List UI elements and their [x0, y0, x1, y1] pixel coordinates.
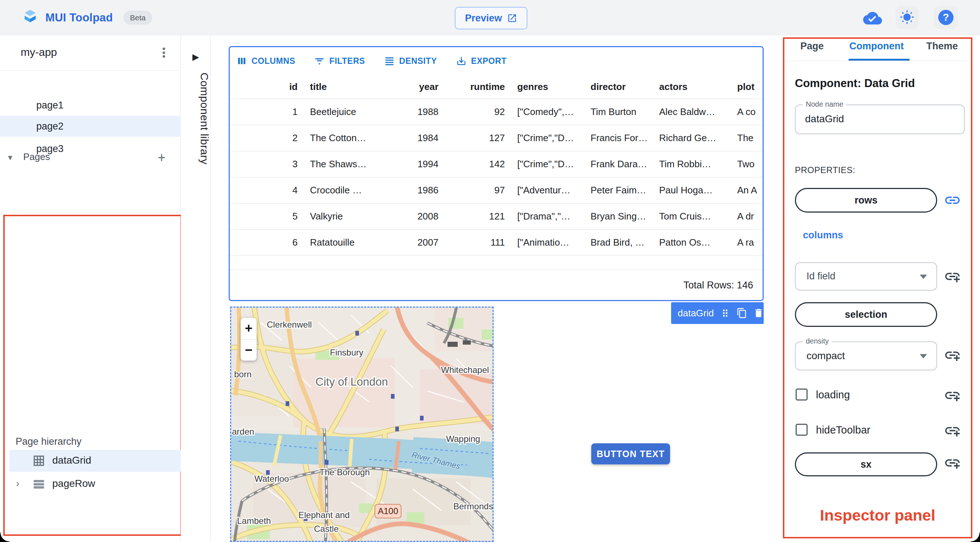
- inspector-annotation: Inspector panel: [783, 507, 972, 524]
- table-row[interactable]: 4 Crocodile … 1986 97 ["Adventur… Peter …: [230, 177, 763, 203]
- columns-property-link[interactable]: columns: [803, 230, 843, 241]
- app-name: my-app: [21, 46, 57, 59]
- filter-icon: [314, 56, 325, 67]
- hidetoolbar-checkbox[interactable]: [795, 424, 808, 436]
- canvas-button-component[interactable]: BUTTON TEXT: [591, 443, 670, 464]
- column-header[interactable]: year: [379, 75, 445, 99]
- delete-icon[interactable]: [753, 308, 764, 318]
- add-link-icon[interactable]: [944, 387, 961, 404]
- sidebar-item-page2[interactable]: page2: [0, 116, 181, 137]
- download-icon: [456, 56, 467, 67]
- table-row[interactable]: 2 The Cotton… 1984 127 ["Crime","D… Fran…: [230, 125, 763, 151]
- tab-page[interactable]: Page: [800, 41, 824, 52]
- column-header[interactable]: plot: [731, 75, 763, 99]
- add-link-icon[interactable]: [944, 422, 961, 439]
- column-header[interactable]: actors: [653, 75, 731, 99]
- pages-section-header[interactable]: ▾ Pages +: [0, 74, 181, 94]
- theme-toggle-button[interactable]: [896, 6, 919, 29]
- density-button[interactable]: DENSITY: [384, 56, 437, 67]
- map-label: Wapping: [446, 434, 480, 444]
- filters-button[interactable]: FILTERS: [314, 56, 365, 67]
- map-label: Bermondsey: [453, 501, 494, 511]
- toolpad-logo-icon: [22, 9, 38, 26]
- map-label: Elephant and: [298, 510, 350, 520]
- rows-icon: [32, 477, 46, 491]
- density-icon: [384, 56, 395, 67]
- map-label: Whitechapel: [441, 365, 489, 375]
- help-button[interactable]: ?: [934, 6, 958, 29]
- map-label: Finsbury: [330, 348, 363, 358]
- preview-label: Preview: [465, 13, 502, 24]
- map-label-a100: A100: [378, 506, 398, 516]
- rows-property-button[interactable]: rows: [795, 188, 937, 213]
- link-icon[interactable]: [944, 192, 961, 209]
- sidebar-item-page3[interactable]: page3: [0, 138, 181, 159]
- hierarchy-item-pagerow[interactable]: › pageRow: [10, 473, 185, 495]
- map-zoom-control: + −: [241, 318, 257, 361]
- add-link-icon[interactable]: [944, 346, 961, 364]
- app-title: MUI Toolpad: [45, 11, 113, 24]
- component-library-label: Component library: [181, 73, 210, 165]
- map-label: born: [234, 369, 251, 379]
- drag-handle-icon[interactable]: [720, 308, 731, 318]
- selection-property-button[interactable]: selection: [795, 302, 937, 327]
- app-window: MUI Toolpad Beta Preview ? my-app ▾ Page…: [0, 0, 980, 542]
- tab-component[interactable]: Component: [850, 41, 904, 52]
- window-corner: [970, 532, 980, 542]
- map-canvas: A100 Clerkenwell Finsbury Whitechapel Ci…: [231, 308, 494, 542]
- datagrid-component[interactable]: COLUMNS FILTERS DENSITY EXPORT: [229, 46, 764, 301]
- map-label: arden: [232, 427, 254, 436]
- add-link-icon[interactable]: [944, 268, 961, 285]
- column-header[interactable]: runtime: [445, 75, 511, 99]
- hidetoolbar-label: hideToolbar: [816, 424, 870, 436]
- properties-label: PROPERTIES:: [795, 165, 855, 175]
- beta-badge: Beta: [123, 11, 152, 25]
- columns-button[interactable]: COLUMNS: [236, 56, 295, 67]
- map-component[interactable]: A100 Clerkenwell Finsbury Whitechapel Ci…: [230, 307, 494, 542]
- column-header[interactable]: genres: [511, 75, 584, 99]
- map-label: Castle: [314, 524, 339, 534]
- loading-checkbox[interactable]: [795, 389, 808, 401]
- expand-arrow-icon[interactable]: ▶: [192, 52, 199, 62]
- node-name-value: dataGrid: [805, 113, 844, 125]
- sx-property-button[interactable]: sx: [795, 452, 937, 476]
- component-heading: Component: Data Grid: [795, 77, 915, 90]
- density-label: density: [803, 337, 832, 345]
- brightness-icon: [900, 10, 914, 25]
- zoom-out-button[interactable]: −: [241, 340, 257, 361]
- table-row[interactable]: 6 Ratatouille 2007 111 ["Animatio… Brad …: [230, 230, 763, 256]
- map-label: Clerkenwell: [267, 319, 312, 329]
- column-header[interactable]: title: [304, 75, 379, 99]
- selection-tag-label: dataGrid: [678, 308, 714, 319]
- window-corner: [0, 532, 10, 542]
- tab-theme[interactable]: Theme: [926, 41, 958, 52]
- help-icon: ?: [938, 10, 953, 25]
- columns-icon: [236, 56, 247, 67]
- preview-button[interactable]: Preview: [455, 7, 527, 29]
- sidebar-item-page1[interactable]: page1: [0, 95, 181, 116]
- column-header[interactable]: id: [230, 75, 304, 99]
- loading-label: loading: [816, 389, 850, 401]
- app-menu-button[interactable]: [154, 43, 173, 62]
- chevron-right-icon[interactable]: ›: [16, 478, 19, 490]
- page-hierarchy-panel: Page hierarchy dataGrid › pageRow Page h…: [3, 215, 182, 536]
- data-grid-icon: [32, 454, 46, 467]
- zoom-in-button[interactable]: +: [241, 318, 257, 340]
- hierarchy-item-datagrid[interactable]: dataGrid: [10, 450, 185, 472]
- table-row[interactable]: 1 Beetlejuice 1988 92 ["Comedy",… Tim Bu…: [230, 99, 763, 125]
- map-label: Waterloo: [255, 474, 289, 483]
- export-button[interactable]: EXPORT: [456, 56, 507, 67]
- add-link-icon[interactable]: [944, 454, 961, 472]
- table-row[interactable]: 3 The Shaws… 1994 142 ["Crime","D… Frank…: [230, 151, 763, 177]
- divider: [784, 60, 971, 61]
- table-row[interactable]: 5 Valkyrie 2008 121 ["Drama","… Bryan Si…: [230, 203, 763, 230]
- map-label: The Borough: [320, 467, 370, 477]
- chevron-down-icon: [920, 354, 927, 358]
- cloud-sync-icon[interactable]: [863, 10, 882, 25]
- datagrid-footer: Total Rows: 146: [230, 270, 763, 300]
- id-field-value: Id field: [807, 271, 835, 282]
- datagrid-toolbar: COLUMNS FILTERS DENSITY EXPORT: [230, 47, 763, 75]
- map-label: Lambeth: [237, 516, 271, 526]
- column-header[interactable]: director: [584, 75, 653, 99]
- duplicate-icon[interactable]: [737, 308, 747, 318]
